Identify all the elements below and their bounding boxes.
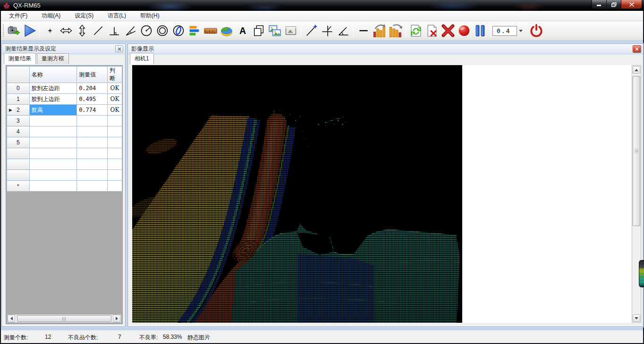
ruler-button[interactable]	[203, 23, 219, 39]
cell-name[interactable]	[29, 126, 76, 137]
menu-function[interactable]: 功能(A)	[36, 10, 66, 21]
refresh-doc-button[interactable]	[408, 23, 424, 39]
cell-value[interactable]: 0.495	[77, 94, 108, 105]
scroll-up-button[interactable]	[633, 66, 640, 74]
run-button[interactable]	[22, 23, 38, 39]
cell-name[interactable]	[29, 181, 76, 192]
minus-button[interactable]	[356, 23, 372, 39]
cell-judge[interactable]: OK	[108, 94, 122, 105]
delete-all-button[interactable]	[440, 23, 456, 39]
cell-name[interactable]	[29, 159, 76, 170]
cell-name-selected[interactable]: 胶高	[29, 105, 76, 116]
toolbar-grip[interactable]	[2, 24, 4, 38]
snapshot-button[interactable]	[6, 23, 22, 39]
scroll-down-button[interactable]	[633, 314, 640, 322]
point-tool-button[interactable]	[42, 23, 58, 39]
pie-chart-button[interactable]	[219, 23, 235, 39]
color-bars-button[interactable]	[186, 23, 203, 39]
cell-name[interactable]: 胶到左边距	[29, 83, 76, 94]
menu-settings[interactable]: 设定(S)	[69, 10, 99, 21]
row-header[interactable]: 1	[7, 94, 30, 105]
cell-judge[interactable]	[108, 137, 122, 148]
row-header[interactable]: 5	[7, 137, 30, 148]
col-header-judge[interactable]: 判断	[108, 67, 122, 83]
scrollbar-thumb[interactable]	[633, 76, 640, 226]
cell-judge[interactable]	[108, 126, 122, 137]
cell-judge[interactable]	[108, 170, 122, 181]
cell-judge[interactable]	[108, 116, 122, 126]
text-tool-button[interactable]: A	[235, 23, 251, 39]
angle-open-tool-button[interactable]	[122, 23, 138, 39]
delete-doc-button[interactable]	[424, 23, 440, 39]
cell-value[interactable]	[77, 170, 108, 181]
cell-judge[interactable]	[108, 159, 122, 170]
row-header[interactable]: 4	[7, 126, 30, 137]
cell-judge[interactable]	[108, 148, 122, 159]
scrollbar-thumb[interactable]	[17, 315, 111, 322]
cell-judge[interactable]	[108, 181, 122, 192]
cell-value[interactable]	[77, 148, 108, 159]
row-header[interactable]: ▶2	[7, 105, 30, 116]
cell-judge[interactable]: OK	[108, 83, 122, 94]
cell-name[interactable]	[29, 116, 76, 126]
scroll-left-button[interactable]	[8, 315, 15, 322]
add-line-button[interactable]	[303, 23, 319, 39]
cell-name[interactable]	[29, 137, 76, 148]
perpendicular-tool-button[interactable]	[106, 23, 122, 39]
zoom-dropdown-button[interactable]	[517, 26, 525, 36]
tab-measure-box[interactable]: 量测方框	[37, 53, 69, 64]
toolbar-separator	[301, 24, 301, 38]
height-tool-button[interactable]	[74, 23, 90, 39]
line-tool-button[interactable]	[90, 23, 106, 39]
row-header[interactable]: 0	[7, 83, 30, 94]
maximize-button[interactable]	[607, 0, 621, 9]
cell-judge[interactable]: OK	[108, 105, 122, 116]
width-tool-button[interactable]	[58, 23, 74, 39]
stats-next-button[interactable]	[388, 23, 404, 39]
row-header[interactable]	[7, 170, 30, 181]
concentric-circles-tool-button[interactable]	[154, 23, 170, 39]
grid-corner[interactable]	[7, 67, 30, 83]
cell-name[interactable]	[29, 170, 76, 181]
col-header-value[interactable]: 测量值	[77, 67, 108, 83]
col-header-name[interactable]: 名称	[29, 67, 76, 83]
ellipse-tool-button[interactable]	[170, 23, 186, 39]
record-button[interactable]	[456, 23, 472, 39]
cell-value[interactable]	[77, 126, 108, 137]
menu-language[interactable]: 语言(L)	[102, 10, 131, 21]
row-header[interactable]	[7, 159, 30, 170]
close-button[interactable]	[621, 0, 642, 9]
minimize-button[interactable]	[592, 0, 607, 9]
image-pane-close-button[interactable]	[633, 45, 641, 53]
angle-measure-button[interactable]	[335, 23, 351, 39]
cell-name[interactable]: 胶到上边距	[29, 94, 76, 105]
scroll-right-button[interactable]	[113, 315, 120, 322]
cell-value[interactable]	[77, 116, 108, 126]
cell-value[interactable]	[77, 137, 108, 148]
copy-button[interactable]	[251, 23, 267, 39]
cell-value[interactable]	[77, 159, 108, 170]
height-colorbar-widget[interactable]	[639, 260, 644, 287]
menu-help[interactable]: 帮助(H)	[135, 10, 165, 21]
image-button[interactable]	[283, 23, 299, 39]
cell-value[interactable]	[77, 181, 108, 192]
zoom-select[interactable]: 0.4	[492, 26, 517, 36]
circle-radius-tool-button[interactable]	[138, 23, 154, 39]
cell-name[interactable]	[29, 148, 76, 159]
image-canvas[interactable]	[132, 65, 632, 323]
cross-line-button[interactable]	[319, 23, 335, 39]
record-icon	[457, 24, 471, 38]
pane-close-button[interactable]	[115, 45, 123, 52]
cell-value[interactable]: 0.204	[77, 83, 108, 94]
menu-file[interactable]: 文件(F)	[4, 10, 33, 21]
pause-button[interactable]	[472, 23, 488, 39]
cell-value[interactable]: 0.774	[77, 105, 108, 116]
row-header[interactable]	[7, 148, 30, 159]
horizontal-scrollbar[interactable]	[7, 314, 121, 323]
stats-up-button[interactable]	[372, 23, 388, 39]
row-header[interactable]: 3	[7, 116, 30, 126]
tab-camera-1[interactable]: 相机1	[130, 53, 154, 64]
power-button[interactable]	[528, 23, 544, 39]
images-button[interactable]	[267, 23, 283, 39]
tab-measure-result[interactable]: 测量结果	[4, 53, 36, 64]
